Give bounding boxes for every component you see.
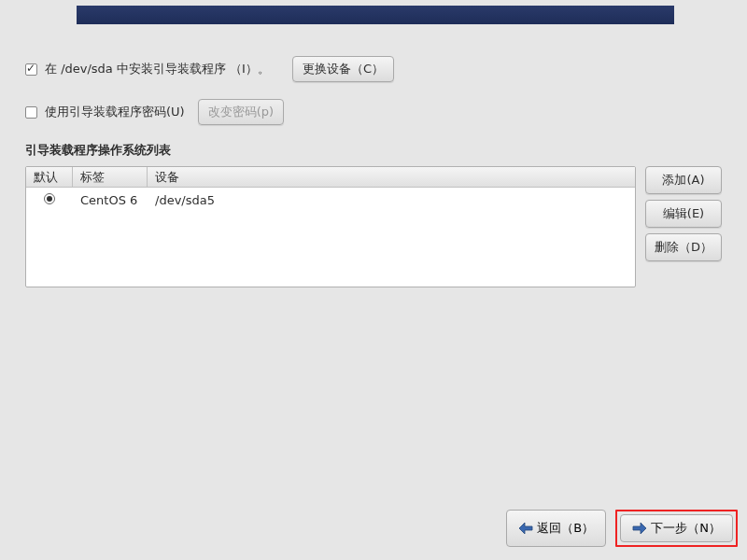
change-device-button[interactable]: 更换设备（C） <box>292 56 394 82</box>
edit-button[interactable]: 编辑(E) <box>645 200 722 228</box>
os-table: 默认 标签 设备 CentOS 6 /dev/sda5 <box>25 166 636 287</box>
col-device[interactable]: 设备 <box>148 167 635 188</box>
install-bootloader-checkbox[interactable] <box>25 63 37 76</box>
os-table-header: 默认 标签 设备 <box>26 167 635 188</box>
bootloader-password-checkbox[interactable] <box>25 106 37 119</box>
col-label[interactable]: 标签 <box>73 167 148 188</box>
default-radio[interactable] <box>44 193 55 204</box>
main-content: 在 /dev/sda 中安装引导装载程序 （I）。 更换设备（C） 使用引导装载… <box>25 56 722 287</box>
back-button[interactable]: 返回（B） <box>506 510 606 547</box>
install-bootloader-label: 在 /dev/sda 中安装引导装载程序 （I）。 <box>45 61 270 77</box>
row-device-cell: /dev/sda5 <box>148 191 635 209</box>
bootloader-password-row: 使用引导装载程序密码(U) 改变密码(p) <box>25 99 722 125</box>
footer-nav: 返回（B） 下一步（N） <box>506 510 738 547</box>
next-button[interactable]: 下一步（N） <box>620 514 733 542</box>
install-bootloader-row: 在 /dev/sda 中安装引导装载程序 （I）。 更换设备（C） <box>25 56 722 82</box>
change-password-button: 改变密码(p) <box>198 99 284 125</box>
next-button-label: 下一步（N） <box>651 520 721 537</box>
delete-button[interactable]: 删除（D） <box>645 233 722 261</box>
back-button-label: 返回（B） <box>537 520 594 537</box>
row-label-cell: CentOS 6 <box>73 191 148 209</box>
next-button-highlight: 下一步（N） <box>615 510 738 547</box>
side-buttons: 添加(A) 编辑(E) 删除（D） <box>645 166 722 287</box>
add-button[interactable]: 添加(A) <box>645 166 722 194</box>
bootloader-password-label: 使用引导装载程序密码(U) <box>45 104 185 120</box>
table-row[interactable]: CentOS 6 /dev/sda5 <box>26 188 635 213</box>
col-default[interactable]: 默认 <box>26 167 73 188</box>
row-default-cell <box>26 191 73 209</box>
os-list-area: 默认 标签 设备 CentOS 6 /dev/sda5 添加(A) 编辑(E) … <box>25 166 722 287</box>
os-list-title: 引导装载程序操作系统列表 <box>25 142 722 159</box>
header-banner <box>77 6 674 24</box>
arrow-left-icon <box>518 522 533 535</box>
arrow-right-icon <box>632 522 647 535</box>
